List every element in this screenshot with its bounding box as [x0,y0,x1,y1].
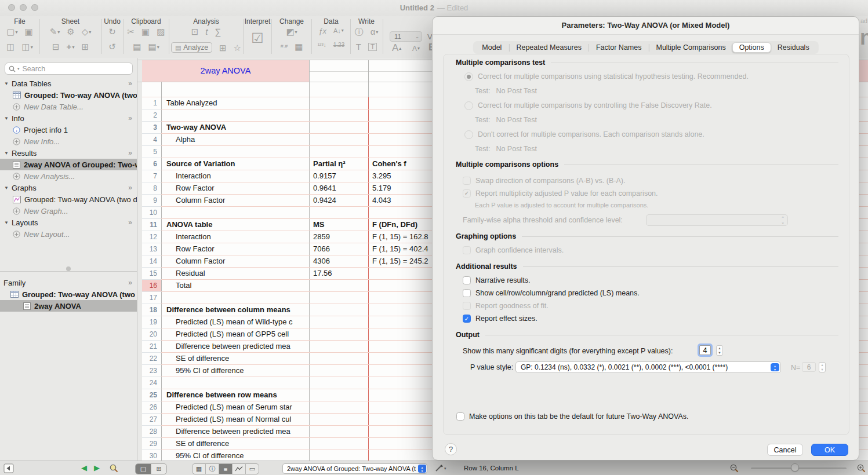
sheet-cell[interactable]: Difference between column means [161,304,309,316]
section-graphs[interactable]: ▼ Graphs » [0,182,137,193]
sheet-cell[interactable]: 4306 [309,255,368,268]
sheet-cell[interactable]: 7066 [309,243,368,255]
row-number[interactable]: 25 [142,389,161,401]
sidebar-item-new-data-table[interactable]: New Data Table... [0,101,137,112]
sheet-cell[interactable]: Column Factor [161,255,309,268]
row-number[interactable]: 3 [142,122,161,134]
zoom-out-icon[interactable] [729,463,739,473]
greek-alpha-icon[interactable]: α▾ [371,27,379,36]
sheet-cell[interactable]: Source of Variation [161,158,309,170]
sheet-cell[interactable]: 0.9157 [309,170,368,182]
expand-section-icon[interactable]: » [128,279,132,287]
sheet-cell[interactable] [309,401,368,414]
fill-color-icon[interactable]: ◩▾ [286,27,297,36]
sum-table-icon[interactable]: ∑ [215,27,221,36]
p-value-style-select[interactable]: GP: 0.1234 (ns), 0.0332 (*), 0.0021 (**)… [515,361,781,373]
sheet-cell[interactable]: Partial η² [309,158,368,170]
copy-icon[interactable]: ▣ [141,27,150,36]
analyze-button[interactable]: ▤Analyze [171,42,212,53]
info-view-icon[interactable]: ⓘ [206,464,219,474]
row-number[interactable]: 14 [142,255,161,268]
redo-icon[interactable]: ↻ [108,27,116,36]
single-page-view-icon[interactable]: ▢ [136,464,151,474]
sheet-cell[interactable] [309,280,368,292]
row-number[interactable]: 29 [142,438,161,450]
swap-direction-checkbox[interactable] [463,177,471,185]
disclosure-chevron-icon[interactable]: ▼ [3,220,10,225]
sheet-cell[interactable]: Interaction [161,170,309,182]
sheet-cell[interactable]: 0.9424 [309,195,368,207]
sheet-cell[interactable] [309,377,368,389]
familywise-alpha-select[interactable]: ⌃⌄ [646,214,788,226]
row-number[interactable]: 12 [142,231,161,243]
disclosure-chevron-icon[interactable]: ▼ [3,116,10,121]
sheet-cell[interactable] [309,328,368,341]
tab-multiple-comparisons[interactable]: Multiple Comparisons [649,42,732,53]
sheet-cell[interactable]: Row Factor [161,243,309,255]
number-format-icon[interactable]: ¹²³↓ [318,42,326,48]
row-number[interactable]: 7 [142,170,161,182]
grow-font-icon[interactable]: A▴ [392,43,401,53]
sidebar-item-project-info[interactable]: i Project info 1 [0,124,137,136]
section-data-tables[interactable]: ▼ Data Tables » [0,78,137,89]
row-number[interactable]: 21 [142,341,161,353]
sidebar-divider[interactable] [0,271,137,272]
ls-means-checkbox[interactable] [463,289,471,297]
sheet-cell[interactable]: 95% CI of difference [161,365,309,377]
sheet-cell[interactable] [309,438,368,450]
row-number[interactable]: 24 [142,377,161,389]
transform-fx-icon[interactable]: ƒx [318,27,326,35]
delete-sheet-icon[interactable]: ⊟ [52,42,60,51]
sheet-cell[interactable]: Difference between row means [161,389,309,401]
sheet-cell[interactable] [309,134,368,146]
sheet-cell[interactable] [309,389,368,401]
row-number[interactable]: 28 [142,426,161,438]
sidebar-item-new-info[interactable]: New Info... [0,136,137,147]
row-number[interactable]: 15 [142,268,161,280]
sort-icon[interactable]: A↓▾ [333,28,344,34]
expand-section-icon[interactable]: » [128,218,132,226]
row-number[interactable]: 18 [142,304,161,316]
disclosure-chevron-icon[interactable]: ▼ [3,185,10,191]
descriptive-stats-icon[interactable]: ⊡ [191,27,199,36]
row-number[interactable]: 5 [142,146,161,158]
interpret-checklist-icon[interactable]: ☑ [251,31,264,45]
radio-false-discovery-rate[interactable] [464,101,473,110]
open-file-icon[interactable]: ▣ [25,27,33,36]
sheet-cell[interactable]: Difference between predicted mea [161,341,309,353]
row-number[interactable]: 6 [142,158,161,170]
zoom-slider-thumb[interactable] [791,463,799,472]
table-format-icon[interactable]: ▦ [295,42,303,51]
row-number[interactable]: 13 [142,243,161,255]
row-number[interactable]: 16 [142,280,161,292]
tab-residuals[interactable]: Residuals [771,42,816,53]
sheet-cell[interactable] [309,450,368,461]
info-note-icon[interactable]: ⓘ [355,27,364,36]
duplicate-sheet-icon[interactable]: ⊞ [81,42,89,51]
row-number[interactable]: 10 [142,207,161,219]
sidebar-item-new-layout[interactable]: New Layout... [0,228,137,240]
sheet-title-cell[interactable]: 2way ANOVA [142,60,309,82]
tab-model[interactable]: Model [475,42,508,53]
t-test-icon[interactable]: t [205,27,208,36]
search-input[interactable] [21,64,111,74]
sheet-cell[interactable] [309,109,368,122]
decimal-format-icon[interactable]: #.# [281,44,288,49]
sheet-cell[interactable]: Total [161,280,309,292]
highlight-icon[interactable]: ✎▾ [50,27,60,36]
paste-icon[interactable]: ▤ [133,42,141,51]
gear-icon[interactable]: ⚙ [67,27,74,36]
sheet-cell[interactable]: Difference between predicted mea [161,426,309,438]
cancel-button[interactable]: Cancel [767,444,803,456]
row-number[interactable]: 8 [142,182,161,195]
sheet-cell[interactable]: 17.56 [309,268,368,280]
add-sheet-icon[interactable]: +▾ [67,42,75,51]
disclosure-chevron-icon[interactable]: ▼ [3,81,10,86]
family-item-data-table[interactable]: Grouped: Two-way ANOVA (two d [0,288,137,300]
annotate-tool-icon[interactable]: ▾ [435,464,446,474]
sidebar-item-graph[interactable]: Grouped: Two-way ANOVA (two dat [0,193,137,205]
row-number[interactable]: 23 [142,365,161,377]
sheet-cell[interactable] [309,426,368,438]
divider-handle[interactable] [66,266,71,271]
sheet-cell[interactable]: ANOVA table [161,219,309,231]
